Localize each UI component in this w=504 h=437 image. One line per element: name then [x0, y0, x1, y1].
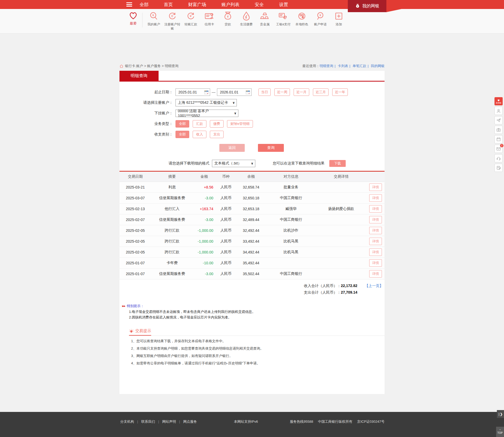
sub-account-select[interactable]: 00000 活期 基本户 1001****0552 ∨ [175, 110, 238, 117]
quick-range-button[interactable]: 近三月 [313, 88, 329, 96]
detail-button[interactable]: 详情 [369, 227, 382, 234]
cell-date: 2025-03-21 [119, 185, 151, 189]
table-row: 2025-03-07 信使展期服务费 -3.00 人民币 32,650.18 中… [119, 193, 385, 204]
camera-icon[interactable] [494, 126, 503, 134]
menu-hamburger-icon[interactable] [126, 2, 132, 7]
cell-summary: 跨行汇款 [151, 239, 193, 244]
cell-counterparty: 比机马黑 [266, 250, 316, 255]
quick-range-button[interactable]: 近一年 [332, 88, 348, 96]
footer-link[interactable]: 网站声明 [155, 419, 176, 424]
fav-item-life-payment[interactable]: 生活缴费 [237, 11, 256, 27]
cell-counterparty: 中国工商银行 [266, 196, 316, 200]
recent-used-link[interactable]: 我的网银 [366, 64, 385, 68]
cell-amount: -1,000.00 [193, 239, 215, 243]
calendar-tool-icon[interactable] [494, 135, 503, 143]
col-counterparty: 对方信息 [266, 174, 316, 179]
footer-link[interactable]: 网点服务 [176, 419, 197, 424]
biz-type-chip[interactable]: 缴费 [210, 120, 224, 128]
fav-item-account-apply[interactable]: ¥ 账户申请 [311, 11, 330, 27]
detail-button[interactable]: 详情 [369, 238, 382, 245]
recent-used-link[interactable]: 明细查询 [320, 64, 333, 68]
back-button[interactable]: 返回 [219, 144, 245, 152]
drop-bolt-icon [237, 11, 256, 21]
recent-used-link[interactable]: 卡列表 [333, 64, 348, 68]
nav-item-wealth[interactable]: 财富广场 [188, 2, 206, 8]
tip-item: 4、如需带有公章的电子明细账单，请通过我行手机银行“远程办-历史明细”下单申请。 [131, 361, 385, 365]
recent-used-link[interactable]: 单笔汇款 [348, 64, 366, 68]
nav-item-settings[interactable]: 设置 [279, 2, 288, 8]
tip-item: 3、网银互联账户明细由开户银行提供，如有疑问请联系开户银行。 [131, 354, 385, 358]
calendar-icon[interactable] [204, 90, 209, 94]
note-pen-icon[interactable] [494, 164, 503, 172]
quick-range-button[interactable]: 近一周 [274, 88, 290, 96]
favorites-tab[interactable]: 最爱 [126, 11, 140, 26]
detail-button[interactable]: 详情 [369, 270, 382, 278]
nav-item-all[interactable]: 全部 [140, 2, 149, 8]
inout-type-chip[interactable]: 支出 [210, 131, 224, 138]
my-ebank-tab[interactable]: ¥ 我的网银 [348, 0, 386, 12]
nav-item-security[interactable]: 安全 [255, 2, 264, 8]
detail-button[interactable]: 详情 [369, 194, 382, 202]
inout-type-chip[interactable]: 全部 [175, 131, 189, 138]
headset-icon[interactable] [494, 154, 503, 162]
detail-button[interactable]: 详情 [369, 216, 382, 223]
query-form: 起止日期： 2025.01.01 — 2026.01.01 当日 近一周 [119, 82, 385, 167]
detail-button[interactable]: 详情 [369, 205, 382, 213]
cell-currency: 人民币 [215, 261, 237, 265]
fav-item-register-transfer[interactable]: 8 注册账户转账 [163, 11, 182, 31]
footer-link[interactable]: 分支机构 [120, 419, 134, 424]
detail-button[interactable]: 详情 [369, 259, 382, 267]
fav-item-loan[interactable]: ¥ 贷款 [219, 11, 237, 27]
fav-item-my-account[interactable]: ¥ 我的账户 [145, 11, 163, 27]
download-button[interactable]: 下载 [329, 160, 346, 167]
fav-item-transfer-remit[interactable]: ¥ 转账汇款 [182, 11, 200, 27]
quick-range-button[interactable]: 当日 [258, 88, 271, 96]
cell-amount: -3.00 [193, 272, 215, 276]
detail-button[interactable]: 详情 [369, 248, 382, 256]
biz-type-chip[interactable]: 汇款 [193, 120, 206, 128]
nav-item-home[interactable]: 首页 [164, 2, 173, 8]
fav-item-add[interactable]: 添加 [330, 11, 348, 27]
fav-item-precious-metal[interactable]: 贵金属 [256, 11, 274, 27]
footer-legal-item: 中国工商银行版权所有 [318, 419, 352, 424]
date-to-value: 2026.01.01 [220, 90, 238, 94]
download-format-select[interactable]: 文本格式（.txt） ∨ [212, 160, 255, 167]
prev-page-link[interactable]: 【上一页】 [365, 283, 383, 289]
biz-type-chip[interactable]: 全部 [175, 120, 189, 128]
calendar-icon[interactable] [246, 90, 250, 94]
footer-link[interactable]: 联系我们 [134, 419, 155, 424]
fav-item-icbc-epay[interactable]: e 工银e支付 [274, 11, 293, 27]
date-from-input[interactable]: 2025.01.01 [175, 88, 210, 96]
cell-balance: 35,502.44 [237, 272, 266, 276]
fav-item-credit-card[interactable]: 信用卡 [200, 11, 219, 27]
biz-type-chip[interactable]: 财智e管明细 [227, 120, 253, 128]
cell-amount: -1,000.00 [193, 228, 215, 233]
cell-balance: 35,492.44 [237, 261, 266, 265]
col-summary: 摘要 [151, 174, 193, 179]
paper-plane-icon[interactable] [494, 116, 503, 124]
fav-item-local-features[interactable]: 本地特色 [293, 11, 311, 27]
detail-button[interactable]: 详情 [369, 184, 382, 191]
query-button[interactable]: 查询 [258, 144, 284, 152]
cell-counterparty: 臧强华 [266, 206, 316, 211]
home-icon[interactable] [119, 64, 123, 68]
date-to-input[interactable]: 2026.01.01 [217, 88, 252, 96]
cell-date: 2025-02-13 [119, 207, 151, 211]
table-row: 2025-01-07 卡年费 -10.00 人民币 35,492.44 详情 [119, 258, 385, 269]
sub-account-value: 00000 活期 基本户 1001****0552 [178, 109, 232, 118]
cell-balance: 34,492.44 [237, 250, 266, 254]
insurance-tool[interactable]: 美保险 [494, 97, 503, 105]
account-select[interactable]: 上海 6212****0542 工银借记卡 ∨ [175, 99, 237, 106]
cell-date: 2025-03-07 [119, 196, 151, 200]
customer-service-icon[interactable] [494, 107, 503, 115]
tab-detail-query[interactable]: 明细查询 [119, 71, 159, 81]
expand-toolbar-button[interactable]: ∣❯ [497, 410, 504, 418]
mail-icon[interactable]: 2 [494, 145, 503, 153]
search-yuan-icon: ¥ [145, 11, 163, 21]
back-to-top-button[interactable]: ⌃ TOP [496, 427, 504, 437]
nav-item-accounts[interactable]: 账户列表 [221, 2, 239, 8]
cell-currency: 人民币 [215, 228, 237, 233]
quick-range-button[interactable]: 近一月 [294, 88, 309, 96]
svg-text:¥: ¥ [357, 5, 358, 7]
inout-type-chip[interactable]: 收入 [193, 131, 206, 138]
